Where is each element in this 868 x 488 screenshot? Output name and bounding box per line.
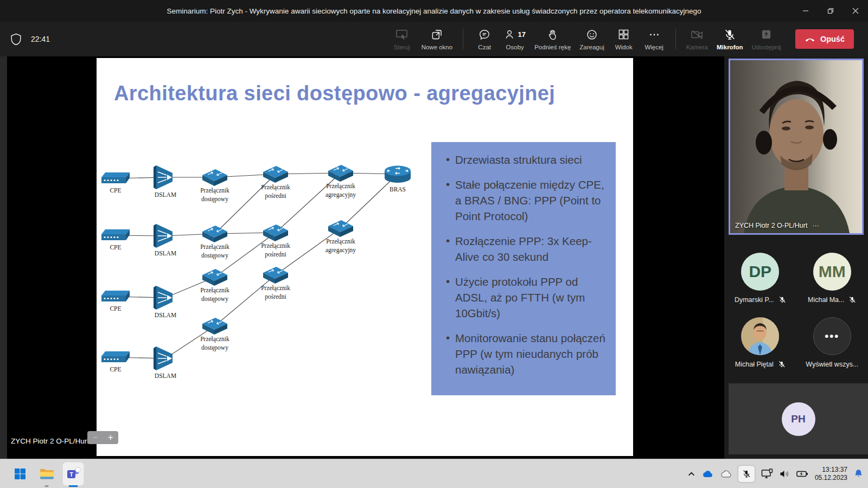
window-title: Seminarium: Piotr Zych - Wykrywanie awar…: [0, 0, 868, 22]
system-tray: 13:13:37 05.12.2023: [688, 459, 863, 488]
cpe-node: [101, 172, 130, 183]
zoom-out-button[interactable]: −: [92, 433, 97, 442]
meeting-toolbar: 22:41 Steruj Nowe okno Czat 17: [0, 22, 868, 56]
self-video-tile[interactable]: PH: [729, 383, 868, 454]
take-control-icon: [395, 28, 408, 41]
slide-bullet-list: Drzewiasta struktura sieci Stałe połącze…: [439, 152, 608, 377]
mic-off-icon: [778, 296, 786, 304]
shield-icon: [10, 33, 22, 46]
share-icon: [761, 28, 772, 41]
tray-mic-muted-button[interactable]: [738, 466, 755, 482]
participant-grid: DP Dymarski P... MM Michał Ma...: [724, 253, 868, 368]
speaker-name: ZYCH Piotr 2 O-PL/Hurt: [735, 222, 807, 229]
teams-icon: T: [66, 466, 81, 481]
speaker-name-overlay: ZYCH Piotr 2 O-PL/Hurt ···: [735, 222, 819, 229]
participants-sidebar: ZYCH Piotr 2 O-PL/Hurt ··· DP Dymarski P…: [724, 56, 868, 459]
monitor-icon: [761, 468, 773, 479]
svg-text:Przełącznik: Przełącznik: [200, 336, 229, 343]
svg-text:T: T: [69, 471, 73, 477]
stage-left-edge: [0, 56, 7, 459]
start-button[interactable]: [10, 463, 30, 485]
battery-button[interactable]: [796, 470, 808, 478]
mic-off-icon: [778, 361, 786, 368]
mic-off-icon: [848, 296, 856, 304]
minimize-button[interactable]: [793, 0, 818, 22]
slide-callout-box: Drzewiasta struktura sieci Stałe połącze…: [431, 142, 616, 395]
clock-time: 13:13:37: [815, 466, 847, 474]
chat-button[interactable]: Czat: [470, 22, 499, 56]
react-button[interactable]: Zareaguj: [576, 22, 607, 56]
raise-hand-button[interactable]: Podnieś rękę: [531, 22, 574, 56]
show-all-participants-tile[interactable]: ••• Wyświetl wszys...: [798, 317, 866, 368]
slide-bullet: Użycie protokołu PPP od ADSL, aż po FTTH…: [455, 274, 608, 321]
access-switch-node: [202, 169, 227, 186]
access-switch-node: [202, 318, 227, 335]
new-window-button[interactable]: Nowe okno: [418, 22, 456, 56]
chat-icon: [478, 28, 490, 41]
svg-text:DSLAM: DSLAM: [155, 191, 176, 198]
view-button[interactable]: Widok: [610, 22, 638, 56]
minimize-icon: [802, 8, 809, 14]
zoom-in-button[interactable]: +: [108, 432, 113, 443]
presentation-stage: Architektura sieci dostępowo - agregacyj…: [0, 56, 724, 459]
speaker-more-menu[interactable]: ···: [812, 222, 819, 229]
participant-tile[interactable]: DP Dymarski P...: [726, 253, 794, 304]
cpe-node: [101, 229, 130, 240]
mid-switch-node: [263, 267, 288, 284]
window-titlebar: Seminarium: Piotr Zych - Wykrywanie awar…: [0, 0, 868, 22]
cpe-node: [101, 351, 130, 362]
active-speaker-video[interactable]: ZYCH Piotr 2 O-PL/Hurt ···: [729, 59, 864, 235]
notification-bell-button[interactable]: [854, 468, 863, 479]
tray-chevron-button[interactable]: [688, 471, 695, 477]
svg-text:pośredni: pośredni: [265, 251, 286, 258]
people-button[interactable]: 17 Osoby: [501, 22, 529, 56]
dslam-node: [154, 165, 173, 189]
restore-button[interactable]: [818, 0, 843, 22]
participant-tile[interactable]: MM Michał Ma...: [798, 253, 866, 304]
bell-icon: [854, 468, 863, 479]
access-switch-node: [202, 269, 227, 286]
slide-bullet: Monitorowanie stanu połączeń PPP (w tym …: [455, 330, 608, 377]
participant-count-badge: 17: [518, 30, 525, 38]
avatar-initials: MM: [819, 262, 846, 281]
avatar-initials: DP: [749, 262, 771, 281]
windows-taskbar: T 13:13:37 05.12.2023: [0, 459, 868, 488]
cpe-node: [101, 291, 130, 301]
file-explorer-button[interactable]: [36, 463, 57, 485]
teams-taskbar-button[interactable]: T: [63, 463, 84, 485]
speaker-video-frame: [730, 60, 862, 233]
svg-text:pośredni: pośredni: [265, 293, 286, 300]
display-cast-button[interactable]: [761, 468, 773, 479]
self-avatar: PH: [782, 402, 815, 436]
more-dots-icon: [648, 28, 660, 41]
more-dots: •••: [825, 330, 839, 343]
grid-view-icon: [618, 28, 629, 41]
access-switch-node: [202, 226, 227, 242]
svg-text:agregacyjny: agregacyjny: [326, 191, 356, 198]
mic-off-icon: [724, 28, 736, 41]
toolbar-left: 22:41: [0, 33, 50, 46]
pop-out-icon: [431, 28, 443, 41]
svg-text:Przełącznik: Przełącznik: [200, 287, 229, 294]
more-button[interactable]: Więcej: [640, 22, 668, 56]
slide-zoom-controls: − +: [87, 431, 118, 444]
taskbar-clock[interactable]: 13:13:37 05.12.2023: [815, 466, 847, 482]
avatar-photo: [741, 317, 779, 355]
microphone-button[interactable]: Mikrofon: [713, 22, 746, 56]
svg-text:dostępowy: dostępowy: [201, 344, 228, 351]
leave-button[interactable]: Opuść: [795, 29, 854, 49]
svg-text:dostępowy: dostępowy: [201, 196, 228, 203]
mic-off-icon: [742, 470, 751, 478]
onedrive-icon-button[interactable]: [701, 470, 713, 478]
dslam-node: [154, 286, 173, 310]
camera-off-icon: [691, 28, 704, 41]
restore-icon: [827, 8, 834, 14]
avatar: DP: [741, 253, 779, 291]
close-button[interactable]: [843, 0, 868, 22]
cloud-status-icon-button[interactable]: [720, 470, 732, 478]
dslam-node: [154, 346, 173, 370]
volume-button[interactable]: [780, 470, 790, 478]
slide-bullet: Rozłączenie PPP: 3x Keep-Alive co 30 sek…: [455, 233, 608, 265]
participant-tile[interactable]: Michał Piętal: [726, 317, 794, 368]
svg-text:DSLAM: DSLAM: [155, 250, 176, 256]
